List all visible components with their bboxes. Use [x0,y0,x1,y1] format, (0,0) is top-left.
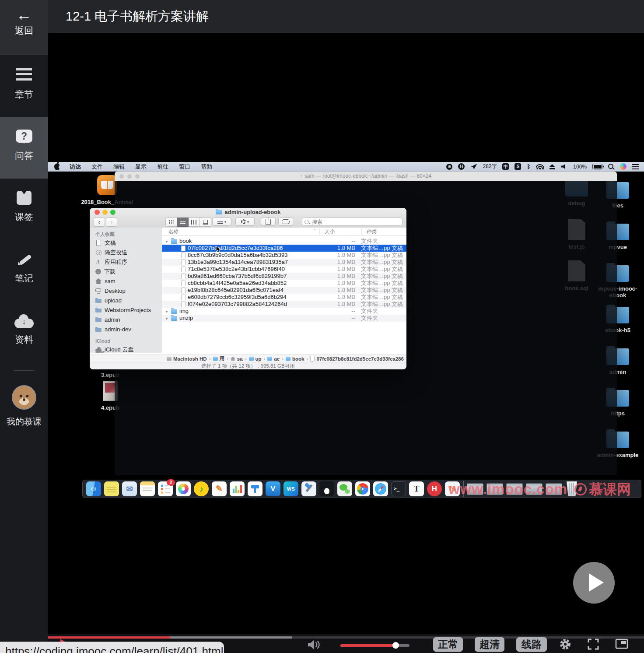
settings-gear-icon[interactable] [559,638,571,652]
sidebar-item[interactable]: 课签 [0,179,48,240]
dock-app-icon[interactable] [506,483,523,495]
menubar-menu[interactable]: 编辑 [113,163,125,171]
menubar-status-item[interactable] [632,164,639,169]
file-row[interactable]: bd9a861ed660cba737b5df6c829199b7 1.8 MB … [162,273,406,280]
dock-app-icon[interactable]: 2 [158,481,173,496]
dock-app-icon[interactable] [546,483,562,495]
menubar-status-item[interactable] [470,164,477,169]
finder-sidebar-item[interactable]: admin-dev [90,325,162,334]
column-kind[interactable]: 种类 [367,228,377,235]
sidebar-item[interactable]: 问答 [0,117,48,179]
menubar-status-item[interactable]: S [514,163,521,170]
terminal-titlebar[interactable]: ↑sam — root@imooc-ebook:~/admin — -bash … [115,172,617,181]
path-crumb[interactable]: up [249,356,268,362]
dock-app-icon[interactable] [319,481,334,496]
dock-app-icon[interactable]: ☺ [86,481,101,496]
dock-app-icon[interactable] [301,481,316,496]
dock-app-icon[interactable] [337,481,352,496]
column-view-button[interactable] [189,218,200,227]
my-mooc-entry[interactable]: 我的慕课 [0,385,48,428]
dock-app-icon[interactable] [486,483,503,495]
gallery-view-button[interactable] [200,218,211,227]
disclosure-triangle-icon[interactable] [165,315,169,323]
menubar-status-item[interactable]: 中 [502,163,509,170]
dock-app-icon[interactable] [355,481,370,496]
finder-sidebar-item[interactable]: admin [90,315,162,325]
dock-app-icon[interactable] [104,481,119,496]
sidebar-item[interactable]: 章节 [0,56,48,117]
dock-app-icon[interactable] [463,481,464,497]
fullscreen-icon[interactable] [587,638,599,652]
finder-sidebar-item[interactable]: 下载 [90,267,162,277]
menubar-menu[interactable]: 前往 [157,163,168,171]
sidebar-item[interactable]: 资料 [0,301,48,362]
sidebar-item[interactable]: 笔记 [0,240,48,301]
menubar-menu[interactable]: 窗口 [179,163,190,171]
path-crumb[interactable]: 07fc0827b8e81fd2d5cc7e3d33fca286 [310,356,403,362]
menubar-status-item[interactable] [527,164,530,170]
seek-bar[interactable] [48,636,644,639]
menubar-menu[interactable]: 显示 [135,163,147,171]
file-row[interactable]: 8cc67c3b9b9c0d0da15a6ba4b32d5393 1.8 MB … [162,252,406,259]
menubar-status-item[interactable]: 282字 [483,163,497,170]
quality-button[interactable]: 线路 [516,637,547,652]
finder-sidebar-item[interactable]: upload [90,296,162,305]
dock-app-icon[interactable]: T [409,481,424,496]
dock-app-icon[interactable] [526,483,542,495]
apple-menu-icon[interactable] [54,164,60,170]
finder-window[interactable]: admin-upload-ebook ‹ › ▾ ▾ [90,208,406,369]
menubar-status-item[interactable]: 100% [573,164,587,170]
file-row[interactable]: book -- 文件夹 [162,238,406,245]
menubar-menu[interactable]: 文件 [91,163,103,171]
action-gear-button[interactable]: ▾ [235,218,255,226]
file-row[interactable]: f074e02e093703c799882a584124264d 1.8 MB … [162,301,406,308]
menubar-status-item[interactable] [592,164,602,169]
quality-button[interactable]: 超清 [475,637,504,652]
dock-app-icon[interactable] [373,481,388,496]
dock-app-icon[interactable]: ✎ [212,481,227,496]
forward-nav-button[interactable]: › [106,218,117,227]
volume-slider[interactable] [340,644,410,647]
finder-sidebar-item[interactable]: Desktop [90,286,162,296]
menubar-status-item[interactable]: H [458,163,465,170]
file-row[interactable]: img -- 文件夹 [162,308,406,315]
dock-app-icon[interactable] [230,481,245,496]
play-overlay-button[interactable] [573,562,615,604]
quality-button[interactable]: 正常 [433,637,463,652]
dock-app-icon[interactable]: H [427,481,442,496]
menubar-status-item[interactable] [620,163,626,170]
icon-view-button[interactable] [165,218,177,227]
dock-app-icon[interactable]: WS [284,481,298,496]
finder-sidebar-item[interactable]: 隔空投送 [90,248,162,257]
file-row[interactable]: 07fc0827b8e81fd2d5cc7e3d33fca286 1.8 MB … [162,245,406,252]
menubar-status-item[interactable] [608,164,614,170]
menubar-menu[interactable]: 帮助 [201,163,212,171]
search-input[interactable] [302,218,402,226]
dock-app-icon[interactable]: V [266,481,280,496]
dock-app-icon[interactable] [248,481,262,496]
path-crumb[interactable]: ac [267,356,286,362]
file-row[interactable]: e608db7279ccb6c32959f3d5a6d6b294 1.8 MB … [162,294,406,301]
menubar-status-item[interactable] [446,164,452,170]
path-crumb[interactable]: book [286,356,310,362]
video-area[interactable]: 访达文件编辑显示前往窗口帮助 H [48,33,644,634]
dock-app-icon[interactable] [176,481,191,496]
dock-app-icon[interactable]: N [445,481,460,496]
tag-button[interactable] [278,218,293,226]
volume-icon[interactable] [307,639,320,652]
dock-app-icon[interactable] [140,481,155,496]
dock-app-icon[interactable] [467,483,483,495]
dock-app-icon[interactable]: ✉ [122,481,137,496]
back-button[interactable]: ← 返回 [0,0,48,55]
group-button[interactable]: ▾ [212,218,231,226]
terminal-window-buttons[interactable] [119,174,140,179]
path-crumb[interactable]: Macintosh HD [167,356,213,362]
dock-app-icon[interactable]: ♪ [194,481,209,496]
dock-app-icon[interactable]: >_ [391,481,406,496]
menubar-status-item[interactable] [550,164,555,169]
column-size[interactable]: 大小 [325,228,335,235]
finder-sidebar-item[interactable]: sam [90,277,162,286]
file-row[interactable]: cb8cbb4a14f425e0a5ae26ed34abb852 1.8 MB … [162,280,406,287]
column-name[interactable]: 名称 [168,228,178,235]
share-button[interactable] [261,218,276,226]
